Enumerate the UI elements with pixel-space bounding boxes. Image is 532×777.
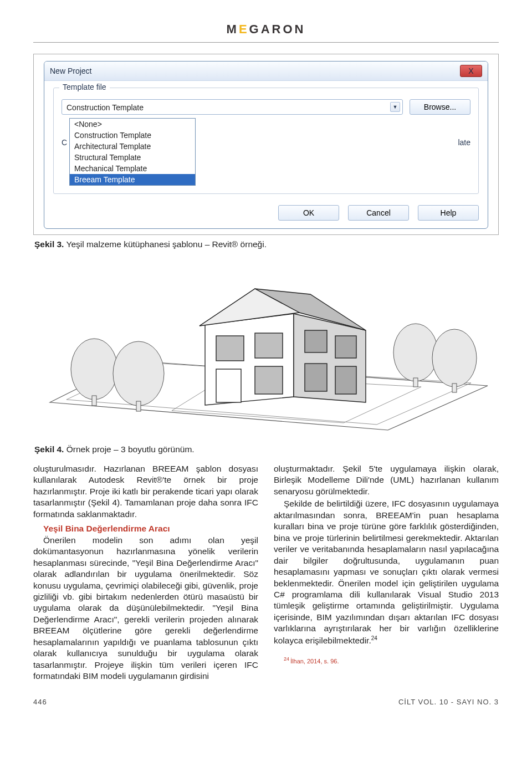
dropdown-item-selected[interactable]: Breeam Template [70, 174, 195, 185]
page-number: 446 [33, 698, 47, 706]
help-button[interactable]: Help [418, 205, 479, 221]
dropdown-item[interactable]: Mechanical Template [70, 163, 195, 174]
svg-point-7 [393, 324, 438, 381]
dropdown-item[interactable]: Construction Template [70, 130, 195, 141]
svg-rect-17 [255, 366, 283, 394]
new-project-dialog: New Project X Template file Construction… [44, 61, 488, 229]
cancel-button[interactable]: Cancel [348, 205, 409, 221]
close-button[interactable]: X [460, 65, 482, 77]
paragraph: oluşturmaktadır. Şekil 5'te uygulamaya i… [274, 463, 499, 497]
close-icon: X [468, 67, 473, 75]
browse-button[interactable]: Browse... [410, 99, 470, 115]
combo-value: Construction Template [66, 103, 144, 112]
footnote-24: 24İlhan, 2014, s. 96. [274, 656, 499, 665]
figure-4-3d-house [33, 258, 499, 441]
svg-rect-5 [92, 396, 96, 406]
body-text: oluşturulmasıdır. Hazırlanan BREEAM şabl… [33, 463, 499, 682]
dropdown-item[interactable]: <None> [70, 119, 195, 130]
svg-point-4 [113, 341, 164, 406]
svg-rect-22 [335, 366, 356, 394]
dropdown-item[interactable]: Structural Template [70, 152, 195, 163]
brand-mid: E [239, 22, 249, 36]
svg-point-8 [432, 329, 477, 387]
ok-button[interactable]: OK [278, 205, 339, 221]
page-footer: 446 CİLT VOL. 10 - SAYI NO. 3 [33, 698, 499, 706]
svg-rect-15 [216, 336, 244, 361]
figure-4-caption: Şekil 4. Örnek proje – 3 boyutlu görünüm… [34, 444, 499, 454]
hint-fragment: late [458, 138, 470, 147]
chevron-down-icon[interactable]: ▼ [390, 102, 400, 112]
subsection-heading: Yeşil Bina Değerlendirme Aracı [43, 523, 258, 534]
footnote-ref: 24 [371, 635, 377, 641]
cut-prefix-letter: C [62, 138, 67, 147]
figure-3-frame: New Project X Template file Construction… [33, 54, 499, 235]
svg-rect-20 [335, 336, 356, 358]
template-file-group: Template file Construction Template ▼ Br… [53, 88, 479, 194]
svg-rect-18 [216, 369, 241, 402]
paragraph: Şekilde de belirtildiği üzere, IFC dosya… [274, 498, 499, 646]
brand-post: GARON [249, 22, 306, 36]
brand-pre: M [227, 22, 239, 36]
volume-info: CİLT VOL. 10 - SAYI NO. 3 [398, 698, 499, 706]
group-label: Template file [59, 83, 110, 91]
template-combo[interactable]: Construction Template ▼ [62, 99, 403, 115]
dialog-title: New Project [50, 67, 91, 75]
header-rule [33, 42, 499, 43]
svg-point-3 [71, 339, 117, 400]
dialog-buttons: OK Cancel Help [53, 198, 479, 221]
svg-rect-16 [255, 333, 283, 358]
template-dropdown[interactable]: <None> Construction Template Architectur… [69, 118, 196, 186]
svg-rect-9 [413, 378, 418, 387]
svg-rect-21 [305, 364, 327, 391]
paragraph: Önerilen modelin son adımı olan yeşil do… [33, 535, 258, 682]
svg-rect-6 [136, 401, 141, 411]
figure-3-caption: Şekil 3. Yeşil malzeme kütüphanesi şablo… [34, 239, 499, 249]
svg-rect-19 [305, 330, 327, 352]
paragraph: oluşturulmasıdır. Hazırlanan BREEAM şabl… [33, 463, 258, 520]
dropdown-item[interactable]: Architectural Template [70, 141, 195, 152]
dialog-titlebar: New Project X [44, 62, 488, 81]
journal-header: MEGARON [33, 22, 499, 37]
svg-rect-10 [452, 384, 457, 392]
